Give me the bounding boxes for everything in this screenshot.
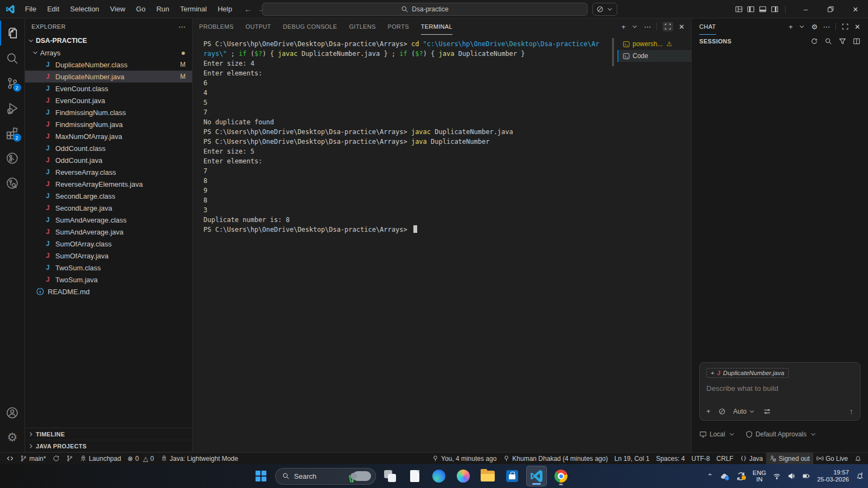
file-SecondLarge.java[interactable]: JSecondLarge.java xyxy=(25,202,192,214)
activity-source-control[interactable]: 2 xyxy=(0,71,25,96)
status-indentation[interactable]: Spaces: 4 xyxy=(653,453,688,465)
file-FindmissingNum.class[interactable]: JFindmissingNum.class xyxy=(25,106,192,118)
file-DuplicateNumber.class[interactable]: JDuplicateNumber.classM xyxy=(25,59,192,71)
status-blame-author[interactable]: Khuman Dhakad (4 minutes ago) xyxy=(500,453,611,465)
notifications-bell-icon[interactable] xyxy=(856,472,864,480)
minimize-button[interactable]: – xyxy=(793,0,818,18)
toggle-panel-icon[interactable] xyxy=(759,5,767,13)
menu-go[interactable]: Go xyxy=(132,3,150,15)
split-view-icon[interactable] xyxy=(853,37,860,45)
chevron-down-icon[interactable] xyxy=(631,23,639,30)
file-SumOfArray.java[interactable]: JSumOfArray.java xyxy=(25,250,192,262)
sync-tray-icon[interactable] xyxy=(736,472,745,481)
status-language-mode[interactable]: Java xyxy=(737,453,766,465)
status-java-mode[interactable]: Java: Lightweight Mode xyxy=(157,453,241,465)
attachment-chip[interactable]: + J DuplicateNumber.java xyxy=(706,368,789,378)
menu-terminal[interactable]: Terminal xyxy=(176,3,211,15)
nav-back-icon[interactable]: ← xyxy=(244,4,252,14)
activity-accounts[interactable] xyxy=(0,400,25,425)
close-button[interactable]: ✕ xyxy=(843,0,868,18)
target-picker[interactable]: Local xyxy=(699,430,736,438)
gear-icon[interactable]: ⚙ xyxy=(811,23,818,31)
file-TwoSum.java[interactable]: JTwoSum.java xyxy=(25,274,192,286)
wifi-icon[interactable] xyxy=(773,472,781,480)
panel-tab-terminal[interactable]: TERMINAL xyxy=(421,18,452,35)
more-actions-icon[interactable]: ⋯ xyxy=(644,23,651,31)
tab-chat[interactable]: CHAT xyxy=(699,18,716,35)
close-panel-icon[interactable]: ✕ xyxy=(679,23,685,31)
panel-tab-problems[interactable]: PROBLEMS xyxy=(199,18,234,35)
send-button[interactable]: ↑ xyxy=(850,407,854,416)
file-SumAndAverage.java[interactable]: JSumAndAverage.java xyxy=(25,226,192,238)
vscode-app[interactable] xyxy=(526,466,547,486)
attach-icon[interactable]: + xyxy=(706,407,711,415)
model-picker[interactable]: Auto xyxy=(733,408,756,415)
activity-settings[interactable]: ⚙ xyxy=(0,425,25,450)
file-DuplicateNumber.java[interactable]: JDuplicateNumber.javaM xyxy=(25,71,192,83)
file-SumAndAverage.class[interactable]: JSumAndAverage.class xyxy=(25,214,192,226)
terminal-instance-powersh[interactable]: powersh...⚠ xyxy=(617,38,691,50)
explorer-more-actions-icon[interactable]: ⋯ xyxy=(178,23,186,31)
approvals-picker[interactable]: Default Approvals xyxy=(745,430,817,438)
tray-overflow-icon[interactable]: ⌃ xyxy=(707,472,713,480)
toggle-secondary-sidebar-icon[interactable] xyxy=(771,5,778,13)
filter-icon[interactable] xyxy=(839,37,846,45)
chrome-app[interactable] xyxy=(551,466,571,486)
onedrive-icon[interactable]: i xyxy=(720,472,729,481)
toggle-sidebar-icon[interactable] xyxy=(747,5,755,13)
menu-view[interactable]: View xyxy=(106,3,130,15)
language-indicator[interactable]: ENGIN xyxy=(752,470,766,483)
file-SumOfArray.class[interactable]: JSumOfArray.class xyxy=(25,238,192,250)
status-launchpad[interactable]: Launchpad xyxy=(76,453,124,465)
file-SecondLarge.class[interactable]: JSecondLarge.class xyxy=(25,190,192,202)
terminal-output[interactable]: PS C:\Users\hp\OneDrive\Desktop\Dsa-prac… xyxy=(193,35,617,452)
menu-edit[interactable]: Edit xyxy=(43,3,63,15)
activity-run-debug[interactable] xyxy=(0,96,25,121)
file-README.md[interactable]: README.md xyxy=(25,286,192,297)
copilot-app[interactable] xyxy=(453,466,474,486)
command-center-search[interactable]: Dsa-practice xyxy=(262,3,588,16)
status-go-live[interactable]: Go Live xyxy=(813,453,851,465)
edge-app[interactable] xyxy=(429,466,449,486)
activity-gitlens[interactable] xyxy=(0,145,25,170)
status-signed-out[interactable]: Signed out xyxy=(766,453,813,465)
activity-extensions[interactable]: 2 xyxy=(0,121,25,145)
more-actions-icon[interactable]: ⋯ xyxy=(823,23,830,31)
file-explorer-app[interactable] xyxy=(477,466,498,486)
close-icon[interactable]: ✕ xyxy=(854,23,860,31)
task-view-button[interactable] xyxy=(380,466,400,486)
panel-tab-ports[interactable]: PORTS xyxy=(388,18,409,35)
notepad-app[interactable] xyxy=(404,466,425,486)
slash-circle-icon[interactable] xyxy=(718,408,726,415)
chevron-down-icon[interactable] xyxy=(798,23,806,30)
section-java-projects[interactable]: JAVA PROJECTS xyxy=(25,440,192,452)
activity-explorer[interactable] xyxy=(0,21,25,46)
panel-tab-output[interactable]: OUTPUT xyxy=(246,18,271,35)
panel-tab-gitlens[interactable]: GITLENS xyxy=(349,18,375,35)
status-branch[interactable]: main* xyxy=(17,453,49,465)
customize-layout-icon[interactable] xyxy=(735,5,743,13)
start-button[interactable] xyxy=(251,466,271,486)
maximize-panel-icon[interactable] xyxy=(841,23,849,30)
menu-selection[interactable]: Selection xyxy=(66,3,103,15)
clock[interactable]: 19:5725-03-2026 xyxy=(817,469,849,483)
panel-tab-debug-console[interactable]: DEBUG CONSOLE xyxy=(283,18,337,35)
file-EvenCount.class[interactable]: JEvenCount.class xyxy=(25,83,192,94)
new-terminal-icon[interactable]: + xyxy=(622,23,626,31)
status-remote[interactable] xyxy=(3,453,17,465)
file-ReverseArray.class[interactable]: JReverseArray.class xyxy=(25,166,192,178)
microsoft-store-app[interactable] xyxy=(502,466,522,486)
file-MaxNumOfArray.java[interactable]: JMaxNumOfArray.java xyxy=(25,130,192,142)
terminal-instance-Code[interactable]: Code xyxy=(617,50,691,62)
activity-search[interactable] xyxy=(0,46,25,71)
search-icon[interactable] xyxy=(825,37,832,45)
new-chat-icon[interactable]: + xyxy=(789,23,793,31)
refresh-icon[interactable] xyxy=(810,37,818,45)
file-OddCount.class[interactable]: JOddCount.class xyxy=(25,142,192,154)
restore-button[interactable] xyxy=(818,0,843,18)
file-TwoSum.class[interactable]: JTwoSum.class xyxy=(25,262,192,274)
menu-file[interactable]: File xyxy=(21,3,41,15)
status-blame-you[interactable]: You, 4 minutes ago xyxy=(429,453,500,465)
menu-run[interactable]: Run xyxy=(152,3,174,15)
file-EvenCount.java[interactable]: JEvenCount.java xyxy=(25,94,192,106)
